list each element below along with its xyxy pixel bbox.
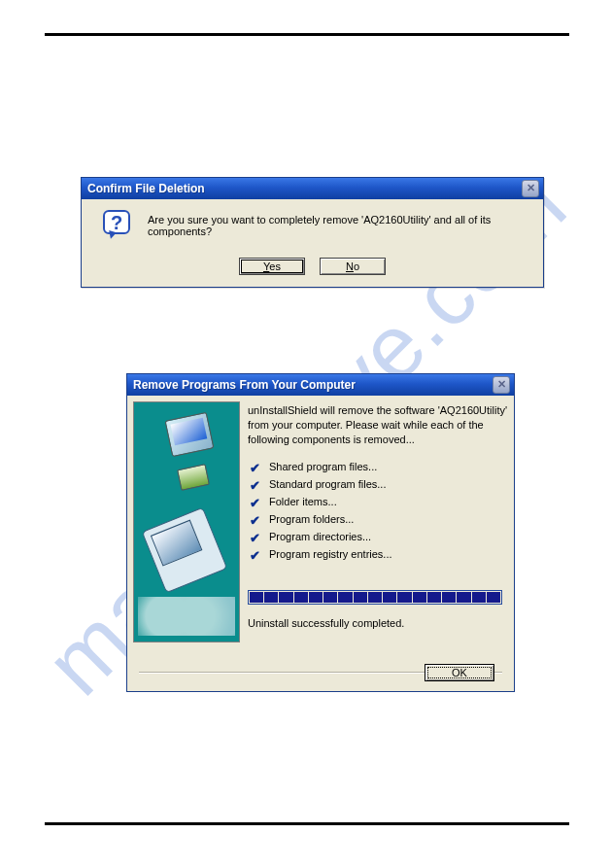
item-label: Folder items...	[269, 496, 337, 507]
item-label: Program directories...	[269, 531, 371, 542]
button-row: Yes No	[82, 258, 543, 275]
progress-segment	[294, 592, 308, 603]
illustration-computer-icon	[142, 507, 228, 594]
list-item: ✔Shared program files...	[248, 461, 508, 472]
item-label: Standard program files...	[269, 478, 386, 490]
side-illustration	[133, 401, 240, 642]
progress-checklist: ✔Shared program files... ✔Standard progr…	[248, 461, 508, 560]
progress-segment	[264, 592, 278, 603]
question-mark-glyph: ?	[103, 210, 130, 234]
dialog-title: Confirm File Deletion	[87, 182, 522, 195]
progress-segment	[383, 592, 396, 603]
progress-segment	[442, 592, 456, 603]
page-top-rule	[45, 33, 569, 36]
dialog-title: Remove Programs From Your Computer	[133, 378, 493, 392]
ok-button-row: OK	[419, 664, 500, 681]
item-label: Program folders...	[269, 513, 354, 525]
close-icon[interactable]: ✕	[493, 376, 510, 394]
progress-segment	[279, 592, 292, 603]
progress-segment	[427, 592, 441, 603]
no-rest: o	[354, 260, 359, 272]
list-item: ✔Program directories...	[248, 531, 508, 542]
progress-segment	[338, 592, 352, 603]
progress-segment	[250, 592, 263, 603]
progress-segment	[354, 592, 367, 603]
yes-rest: es	[269, 260, 281, 272]
progress-segment	[397, 592, 411, 603]
titlebar[interactable]: Remove Programs From Your Computer ✕	[127, 374, 514, 396]
progress-segment	[309, 592, 323, 603]
progress-segment	[457, 592, 470, 603]
item-label: Program registry entries...	[269, 548, 392, 560]
no-accel: N	[346, 260, 354, 272]
status-message: Uninstall successfully completed.	[248, 617, 404, 629]
list-item: ✔Standard program files...	[248, 478, 508, 490]
check-icon: ✔	[250, 496, 260, 510]
titlebar[interactable]: Confirm File Deletion ✕	[82, 178, 543, 199]
progress-segment	[368, 592, 382, 603]
yes-button[interactable]: Yes	[239, 258, 305, 275]
page-bottom-rule	[45, 822, 569, 825]
check-icon: ✔	[250, 531, 260, 545]
illustration-chip-icon	[177, 464, 210, 491]
close-icon[interactable]: ✕	[522, 180, 539, 197]
confirm-file-deletion-dialog: Confirm File Deletion ✕ ? Are you sure y…	[81, 177, 544, 288]
question-icon: ?	[103, 210, 132, 239]
confirm-message: Are you sure you want to completely remo…	[148, 214, 531, 237]
progress-segment	[323, 592, 337, 603]
intro-text: unInstallShield will remove the software…	[248, 403, 508, 447]
progress-segment	[472, 592, 486, 603]
illustration-monitor-icon	[165, 412, 215, 457]
list-item: ✔Program folders...	[248, 513, 508, 525]
ok-button[interactable]: OK	[425, 664, 494, 681]
item-label: Shared program files...	[269, 461, 377, 472]
check-icon: ✔	[250, 513, 260, 528]
remove-programs-dialog: Remove Programs From Your Computer ✕ unI…	[126, 373, 515, 692]
check-icon: ✔	[250, 548, 260, 563]
list-item: ✔Program registry entries...	[248, 548, 508, 560]
progress-bar	[248, 590, 502, 605]
progress-segment	[413, 592, 426, 603]
illustration-cloud-icon	[138, 597, 235, 636]
list-item: ✔Folder items...	[248, 496, 508, 507]
no-button[interactable]: No	[320, 258, 386, 275]
question-icon-tail	[107, 230, 117, 240]
progress-segment	[487, 592, 500, 603]
check-icon: ✔	[250, 478, 260, 493]
check-icon: ✔	[250, 461, 260, 475]
